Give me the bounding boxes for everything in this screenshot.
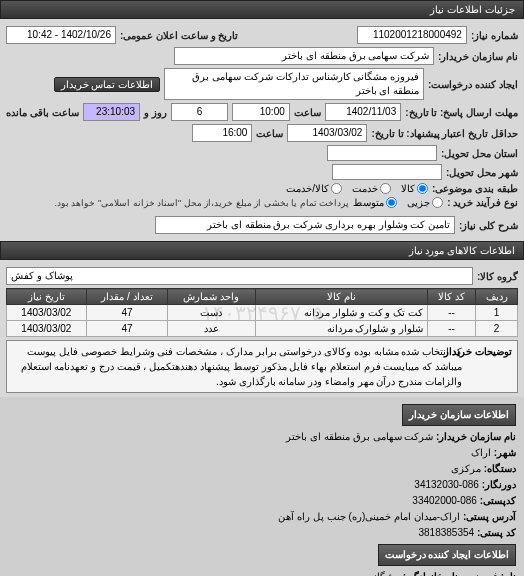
label-group: گروه کالا:: [477, 271, 518, 282]
cell-unit: دست: [168, 305, 255, 321]
contact-buyer-button[interactable]: اطلاعات تماس خریدار: [54, 77, 161, 92]
col-unit: واحد شمارش: [168, 289, 255, 305]
field-delivery-city: [332, 164, 442, 180]
radio-medium[interactable]: متوسط: [353, 197, 397, 208]
label-delivery-city: شهر محل تحویل:: [446, 167, 518, 178]
field-deadline-time: 10:00: [232, 103, 289, 121]
field-delivery-province: [327, 145, 437, 161]
label-delivery-province: استان محل تحویل:: [441, 148, 518, 159]
col-row: ردیف: [476, 289, 518, 305]
val-acct: 086-33402000: [412, 495, 477, 506]
lbl-phone: دورنگار:: [482, 479, 516, 490]
table-row: 1 -- کت تک و کت و شلوار مردانه دست 47 14…: [7, 305, 518, 321]
lbl-acct: کدپستی:: [480, 495, 516, 506]
label-requester: ایجاد کننده درخواست:: [428, 79, 518, 90]
panel-title: جزئیات اطلاعات نیاز: [430, 4, 515, 15]
label-hour-1: ساعت: [294, 107, 321, 118]
need-info-panel: شماره نیاز: 1102001218000492 تاریخ و ساع…: [0, 19, 524, 241]
field-days-left: 6: [171, 103, 228, 121]
label-days: روز و: [144, 107, 167, 118]
radio-medium-input[interactable]: [386, 197, 397, 208]
process-radio-group: جزیی متوسط: [353, 197, 443, 208]
val-city: اراک: [471, 447, 491, 458]
category-radio-group: کالا خدمت کالا/خدمت: [286, 183, 428, 194]
val-org: مرکزی: [451, 463, 481, 474]
field-summary: تامین کت وشلوار بهره برداری شرکت برق منط…: [155, 216, 455, 234]
requester-info-header: اطلاعات ایجاد کننده درخواست: [378, 544, 516, 566]
cell-name: کت تک و کت و شلوار مردانه: [255, 305, 427, 321]
lbl-org: دستگاه:: [484, 463, 516, 474]
cell-name: شلوار و شلوارک مردانه: [255, 321, 427, 337]
field-pub-datetime: 1402/10/26 - 10:42: [6, 26, 116, 44]
items-panel: گروه کالا: پوشاک و کفش ردیف کد کالا نام …: [0, 260, 524, 397]
radio-service-input[interactable]: [380, 183, 391, 194]
radio-service-label: خدمت: [352, 183, 378, 194]
cell-row: 1: [476, 305, 518, 321]
field-validity-date: 1403/03/02: [287, 124, 367, 142]
cell-code: --: [427, 321, 475, 337]
radio-goods-service-label: کالا/خدمت: [286, 183, 329, 194]
description-label: توضیحات خریدار: [468, 344, 512, 389]
label-hour-2: ساعت: [256, 128, 283, 139]
radio-goods[interactable]: کالا: [401, 183, 428, 194]
lbl-last: نام خانوادگی:: [403, 571, 458, 576]
radio-minor-label: جزیی: [407, 197, 430, 208]
val-post: 3818385354: [418, 527, 474, 538]
radio-goods-service[interactable]: کالا/خدمت: [286, 183, 342, 194]
field-need-no: 1102001218000492: [357, 26, 467, 44]
cell-qty: 47: [86, 305, 167, 321]
buyer-info-header: اطلاعات سازمان خریدار: [402, 404, 516, 426]
radio-goods-service-input[interactable]: [331, 183, 342, 194]
col-code: کد کالا: [427, 289, 475, 305]
radio-medium-label: متوسط: [353, 197, 384, 208]
val-last: مشگانی: [366, 571, 400, 576]
lbl-buyer-name2: نام سازمان خریدار:: [436, 431, 516, 442]
val-first: فیروزه: [469, 571, 498, 576]
col-name: نام کالا: [255, 289, 427, 305]
cell-date: 1403/03/02: [7, 305, 87, 321]
field-group: پوشاک و کفش: [6, 267, 473, 285]
field-requester: فیروزه مشگانی کارشناس تدارکات شرکت سهامی…: [164, 68, 424, 100]
items-title: اطلاعات کالاهای مورد نیاز: [409, 245, 515, 256]
col-qty: تعداد / مقدار: [86, 289, 167, 305]
radio-minor[interactable]: جزیی: [407, 197, 443, 208]
radio-goods-input[interactable]: [417, 183, 428, 194]
process-note: پرداخت تمام یا بخشی از مبلغ خرید،از محل …: [54, 198, 349, 208]
buyer-info-block: اطلاعات سازمان خریدار نام سازمان خریدار:…: [0, 397, 524, 576]
lbl-city: شهر:: [494, 447, 516, 458]
label-buyer-name: نام سازمان خریدار:: [438, 51, 518, 62]
description-text: کد انتخاب شده مشابه بوده وکالای درخواستی…: [12, 344, 462, 389]
field-deadline-date: 1402/11/03: [325, 103, 401, 121]
field-buyer-name: شرکت سهامی برق منطقه ای باختر: [174, 47, 434, 65]
cell-row: 2: [476, 321, 518, 337]
radio-minor-input[interactable]: [432, 197, 443, 208]
val-addr: اراک-میدان امام خمینی(ره) جنب پل راه آهن: [278, 511, 460, 522]
label-summary: شرح کلی نیاز:: [459, 220, 518, 231]
cell-code: --: [427, 305, 475, 321]
val-phone: 086-34132030: [414, 479, 479, 490]
label-remaining: ساعت باقی مانده: [6, 107, 79, 118]
label-pub-datetime: تاریخ و ساعت اعلان عمومی:: [120, 30, 238, 41]
val-buyer-name2: شرکت سهامی برق منطقه ای باختر: [286, 431, 433, 442]
lbl-addr: آدرس پستی:: [463, 511, 516, 522]
cell-date: 1403/03/02: [7, 321, 87, 337]
field-time-left: 23:10:03: [83, 103, 140, 121]
radio-service[interactable]: خدمت: [352, 183, 391, 194]
items-table: ردیف کد کالا نام کالا واحد شمارش تعداد /…: [6, 288, 518, 337]
lbl-post: کد پستی:: [477, 527, 516, 538]
panel-header: جزئیات اطلاعات نیاز: [0, 0, 524, 19]
label-need-no: شماره نیاز:: [471, 30, 518, 41]
label-validity: حداقل تاریخ اعتبار پیشنهاد: تا تاریخ:: [371, 128, 518, 139]
radio-goods-label: کالا: [401, 183, 415, 194]
label-category: طبقه بندی موضوعی:: [432, 183, 518, 194]
label-process: نوع فرآیند خرید :: [447, 197, 518, 208]
cell-qty: 47: [86, 321, 167, 337]
label-deadline: مهلت ارسال پاسخ: تا تاریخ:: [405, 107, 518, 118]
lbl-first: نام:: [501, 571, 516, 576]
field-validity-time: 16:00: [192, 124, 252, 142]
cell-unit: عدد: [168, 321, 255, 337]
col-date: تاریخ نیاز: [7, 289, 87, 305]
items-header: اطلاعات کالاهای مورد نیاز: [0, 241, 524, 260]
description-box: توضیحات خریدار کد انتخاب شده مشابه بوده …: [6, 340, 518, 393]
table-row: 2 -- شلوار و شلوارک مردانه عدد 47 1403/0…: [7, 321, 518, 337]
